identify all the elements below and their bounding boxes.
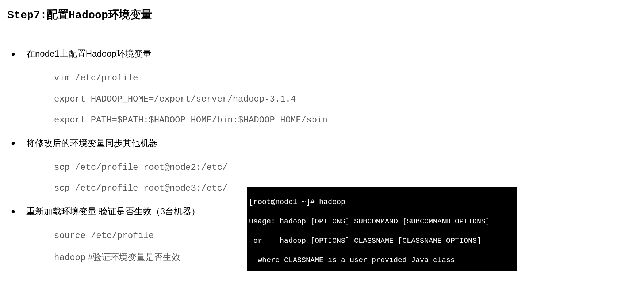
title-bold1: 配置	[47, 8, 69, 20]
terminal-line: [root@node1 ~]# hadoop	[249, 198, 515, 207]
code-line: export PATH=$PATH:$HADOOP_HOME/bin:$HADO…	[54, 110, 637, 131]
code-line: scp /etc/profile root@node2:/etc/	[54, 157, 637, 178]
bullet-row: ● 将修改后的环境变量同步其他机器	[11, 137, 637, 149]
terminal-line: Usage: hadoop [OPTIONS] SUBCOMMAND [SUBC…	[249, 217, 515, 226]
text-part: 环境变量	[116, 49, 152, 58]
text-part: 在	[26, 49, 35, 58]
bullet-text: 重新加载环境变量 验证是否生效（3台机器）	[26, 206, 200, 217]
text-part: 上配置	[60, 49, 86, 58]
code-line: vim /etc/profile	[54, 68, 637, 89]
code-block: vim /etc/profile export HADOOP_HOME=/exp…	[54, 68, 637, 131]
page-title: Step7:配置Hadoop环境变量	[7, 7, 637, 22]
title-bold2: 环境变量	[108, 8, 152, 20]
bullet-text: 将修改后的环境变量同步其他机器	[26, 137, 158, 149]
list-item: ● 在node1上配置Hadoop环境变量 vim /etc/profile e…	[11, 48, 637, 131]
title-mono: Hadoop	[69, 9, 108, 22]
code-hadoop: hadoop	[54, 253, 85, 263]
code-line: export HADOOP_HOME=/export/server/hadoop…	[54, 89, 637, 110]
text-part: Hadoop	[86, 49, 116, 58]
code-comment: #验证环境变量是否生效	[85, 252, 180, 262]
terminal-line: where CLASSNAME is a user-provided Java …	[249, 256, 515, 265]
title-prefix: Step7:	[7, 9, 47, 22]
bullet-icon: ●	[11, 139, 26, 147]
bullet-icon: ●	[11, 50, 26, 58]
bullet-text: 在node1上配置Hadoop环境变量	[26, 48, 152, 60]
terminal-line: or hadoop [OPTIONS] CLASSNAME [CLASSNAME…	[249, 236, 515, 246]
bullet-row: ● 在node1上配置Hadoop环境变量	[11, 48, 637, 60]
terminal-output: [root@node1 ~]# hadoop Usage: hadoop [OP…	[247, 187, 517, 271]
bullet-icon: ●	[11, 207, 26, 215]
text-part: node1	[35, 49, 60, 58]
